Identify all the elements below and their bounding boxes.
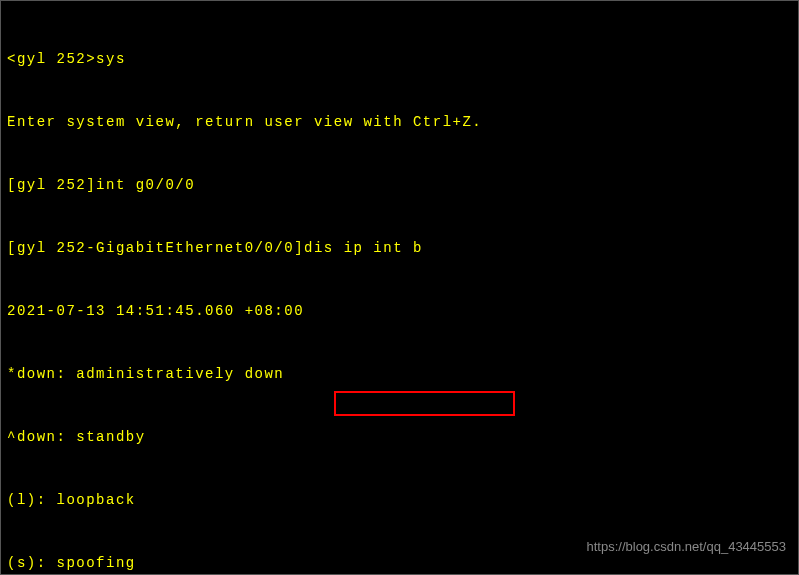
watermark-text: https://blog.csdn.net/qq_43445553 [587, 537, 787, 557]
terminal-output: <gyl 252>sys Enter system view, return u… [7, 7, 792, 575]
output-line: 2021-07-13 14:51:45.060 +08:00 [7, 301, 792, 322]
cmd-line: [gyl 252]int g0/0/0 [7, 175, 792, 196]
output-line: ^down: standby [7, 427, 792, 448]
output-line: Enter system view, return user view with… [7, 112, 792, 133]
cmd-line: [gyl 252-GigabitEthernet0/0/0]dis ip int… [7, 238, 792, 259]
cmd-line: <gyl 252>sys [7, 49, 792, 70]
output-line: *down: administratively down [7, 364, 792, 385]
output-line: (s): spoofing [7, 553, 792, 574]
output-line: (l): loopback [7, 490, 792, 511]
